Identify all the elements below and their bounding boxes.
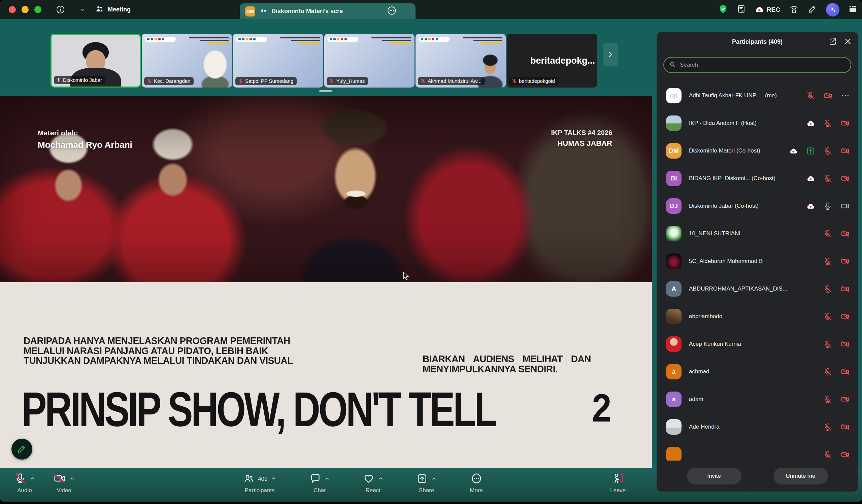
logos-pill — [236, 37, 267, 42]
camera-off-icon — [840, 450, 850, 459]
filmstrip-tile[interactable]: Satpol PP Sumedang — [233, 34, 323, 88]
react-options-chevron[interactable] — [378, 476, 383, 482]
filmstrip-tile[interactable]: Diskominfo Jabar — [51, 34, 141, 88]
mic-muted-icon — [823, 450, 832, 459]
audio-options-chevron[interactable] — [30, 476, 35, 482]
annotation-fab-button[interactable] — [11, 439, 32, 460]
participants-panel-footer: Invite Unmute me — [657, 461, 858, 492]
camera-off-icon — [840, 395, 850, 404]
unmute-me-button[interactable]: Unmute me — [773, 468, 828, 485]
mic-muted-icon — [511, 78, 517, 84]
logos-pill — [419, 37, 449, 42]
participant-avatar-initials: BI — [666, 171, 681, 186]
event-title: IKP TALKS #4 2026 — [551, 129, 612, 137]
filmstrip-tile[interactable]: Akhmad Mundzirul Aw... — [416, 34, 506, 88]
video-label: Video — [56, 487, 71, 494]
meeting-info-icon[interactable] — [54, 0, 66, 19]
participant-row[interactable]: IKP - Dida Andam F (Host) — [657, 109, 858, 137]
apps-grid-icon[interactable] — [848, 4, 857, 15]
tile-participant-name: Diskominfo Jabar — [63, 77, 102, 83]
tab-screen-share-active[interactable]: DM Diskominfo Materi's scre — [240, 3, 416, 19]
annotate-pencil-icon[interactable] — [808, 4, 817, 15]
fullscreen-window-button[interactable] — [34, 6, 41, 13]
participant-name: Ade Hendra — [689, 424, 823, 430]
participants-button[interactable]: 409 Participants — [243, 471, 276, 494]
quote-right-line: MENYIMPULKANNYA SENDIRI. — [422, 363, 591, 374]
participant-avatar-photo — [666, 253, 681, 269]
share-button[interactable]: Share — [417, 471, 436, 494]
participant-avatar-initials: a — [666, 364, 681, 380]
react-label: React — [366, 487, 380, 494]
participant-avatar-initials — [666, 447, 681, 461]
camera-off-icon — [840, 146, 850, 156]
tile-name-label: Kec. Darangdan — [144, 77, 194, 85]
participant-row[interactable]: DMDiskominfo Materi (Co-host) — [657, 137, 858, 164]
video-button[interactable]: Video — [53, 471, 75, 494]
logos-pill — [145, 37, 176, 42]
camera-off-icon — [840, 422, 850, 432]
credit-name: Mochamad Ryo Arbani — [38, 140, 132, 150]
recording-indicator[interactable]: REC — [755, 5, 780, 14]
participant-avatar-initials: a — [666, 392, 681, 407]
camera-off-icon — [840, 174, 850, 183]
window-titlebar: Meeting DM Diskominfo Materi's scre REC — [0, 0, 862, 19]
quote-left-line: TUNJUKKAN DAMPAKNYA MELALUI TINDAKAN DAN… — [24, 355, 208, 366]
participant-row[interactable]: AABDURROHMAN_APTIKASAN_DIS... — [657, 275, 858, 303]
share-to-device-icon[interactable] — [789, 4, 799, 15]
participant-name: BIDANG IKP_Diskomi... (Co-host) — [689, 175, 806, 182]
chevron-down-icon[interactable] — [77, 0, 87, 19]
participant-row[interactable]: aadam — [657, 385, 858, 413]
more-button[interactable]: More — [470, 471, 483, 494]
camera-off-icon — [840, 312, 850, 321]
chat-options-chevron[interactable] — [325, 476, 330, 482]
filmstrip-tile[interactable]: Yuly_Humas — [324, 34, 415, 88]
participant-row[interactable]: abpriambodo — [657, 303, 858, 330]
more-options-button[interactable] — [841, 91, 850, 100]
chat-icon — [310, 473, 321, 486]
popout-panel-icon[interactable] — [829, 37, 837, 47]
mic-muted-icon — [823, 229, 832, 238]
participant-row[interactable]: aachmad — [657, 358, 858, 385]
participant-row[interactable]: Acep Kunkun Kurnia — [657, 330, 858, 358]
pin-icon — [56, 77, 61, 83]
filmstrip-tile[interactable]: Kec. Darangdan — [142, 34, 232, 88]
invite-button[interactable]: Invite — [687, 468, 742, 485]
participants-options-chevron[interactable] — [271, 476, 276, 482]
ai-companion-icon[interactable] — [826, 3, 839, 16]
mic-muted-icon — [238, 78, 243, 84]
mic-muted-icon — [823, 312, 832, 321]
camera-off-icon — [840, 229, 850, 238]
filmstrip-tile[interactable]: beritadepokg...beritadepokgoid — [507, 34, 597, 88]
participant-row[interactable]: 10_NENI SUTRIANI — [657, 220, 858, 248]
chat-button[interactable]: Chat — [310, 471, 330, 494]
participant-row[interactable]: Ade Hendra — [657, 413, 858, 441]
leave-button[interactable]: Leave — [610, 471, 626, 494]
security-shield-icon[interactable] — [718, 4, 728, 15]
participant-row[interactable]: BIBIDANG IKP_Diskomi... (Co-host) — [657, 164, 858, 192]
filmstrip-drag-handle[interactable] — [319, 90, 332, 92]
participant-row[interactable]: DJDiskominfo Jabar (Co-host) — [657, 192, 858, 220]
tab-meeting[interactable]: Meeting — [95, 0, 131, 19]
filmstrip-next-button[interactable] — [603, 43, 618, 66]
close-panel-icon[interactable] — [844, 37, 852, 47]
participant-name: Adhi Taufiq Akbar-FK UNP...(me) — [689, 92, 806, 99]
zoom-app-window: Meeting DM Diskominfo Materi's scre REC — [0, 0, 862, 502]
close-window-button[interactable] — [9, 6, 16, 13]
participant-row[interactable] — [657, 441, 858, 461]
participant-row[interactable]: npAdhi Taufiq Akbar-FK UNP...(me) — [657, 82, 858, 109]
participants-search-input[interactable] — [679, 61, 846, 69]
audio-button[interactable]: Audio — [14, 471, 35, 494]
participant-row[interactable]: 5C_Aldebaran Muhammad B — [657, 248, 858, 275]
minimize-window-button[interactable] — [22, 6, 29, 13]
captions-transcript-icon[interactable] — [737, 4, 746, 15]
tile-participant-name: Kec. Darangdan — [154, 78, 190, 84]
heart-icon — [363, 473, 375, 486]
tile-participant-name: beritadepokgoid — [519, 78, 555, 84]
tab-more-options-icon[interactable] — [387, 6, 397, 17]
video-options-chevron[interactable] — [70, 476, 75, 482]
react-button[interactable]: React — [363, 471, 383, 494]
audio-label: Audio — [17, 487, 32, 494]
video-filmstrip: Diskominfo JabarKec. DarangdanSatpol PP … — [51, 34, 597, 88]
share-options-chevron[interactable] — [431, 476, 436, 482]
participants-list: npAdhi Taufiq Akbar-FK UNP...(me)IKP - D… — [657, 82, 858, 461]
